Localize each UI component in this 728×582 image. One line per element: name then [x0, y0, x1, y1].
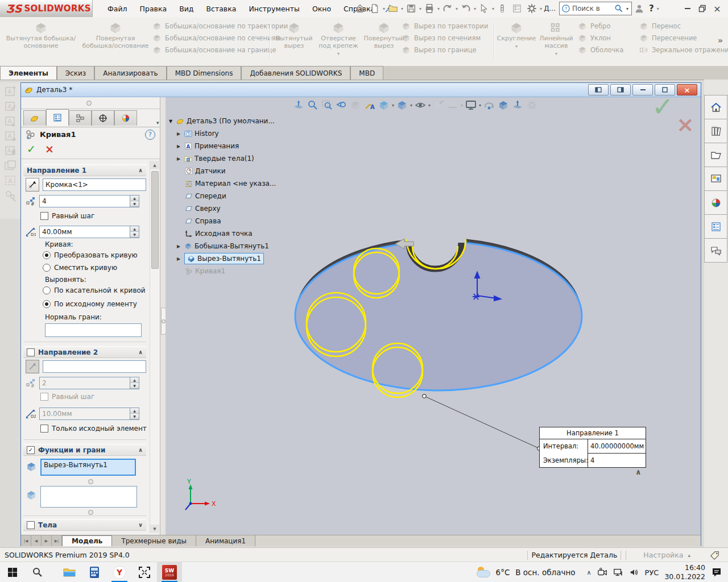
pm-seedonly-checkbox[interactable]	[40, 425, 48, 433]
pm-radio-tangent[interactable]: По касательной к кривой	[43, 286, 146, 294]
weather-temp[interactable]: 6°C	[496, 568, 510, 577]
pm-d1-count-spinner[interactable]: ▲▼	[130, 196, 139, 207]
window-close-button[interactable]: ×	[710, 2, 725, 15]
pm-faces-resize-handle[interactable]	[88, 510, 93, 515]
pm-section-direction1[interactable]: Направление 1∧	[23, 164, 146, 176]
revolved-cut-button[interactable]: Повернутый вырез	[363, 21, 405, 49]
pm-features-checkbox[interactable]: ✓	[27, 446, 35, 454]
pm-d2-equal-checkbox[interactable]	[40, 393, 48, 401]
callout-interval-value[interactable]: 40.00000000мм	[588, 439, 646, 454]
pm-radio-offset[interactable]: Сместить кривую	[43, 264, 117, 272]
rotate-view-icon[interactable]	[482, 99, 496, 111]
tab-mbd-dimensions[interactable]: MBD Dimensions	[167, 66, 242, 80]
pattern-callout[interactable]: Направление 1 Интервал: 40.00000000мм Эк…	[539, 427, 646, 468]
pm-radio-seed[interactable]: По исходному лементу	[43, 300, 137, 308]
pm-d2-count-spinner[interactable]: ▲▼	[130, 377, 139, 389]
edit-appearance-icon[interactable]	[432, 99, 445, 111]
viewport-options-gear-icon[interactable]	[525, 99, 539, 111]
tab-addins[interactable]: Добавления SOLIDWORKS	[241, 66, 350, 80]
rebuild-icon[interactable]	[495, 2, 509, 15]
tab-sketch[interactable]: Эскиз	[57, 66, 94, 80]
tab-nav-first[interactable]: |◀	[21, 535, 31, 546]
tree-item-cut-extrude[interactable]: ▶ Вырез-Вытянуть1	[177, 253, 264, 264]
doc-collapse-right-button[interactable]	[610, 84, 631, 95]
doc-close-button[interactable]: ×	[677, 84, 697, 95]
menu-edit[interactable]: Правка	[134, 0, 173, 17]
fillet-button[interactable]: Скругление ▾	[497, 21, 536, 49]
boundary-boss-button[interactable]: Бобышка/основание на границе	[152, 45, 288, 55]
macro-tool-icon-3[interactable]: A	[3, 114, 17, 128]
pm-radio-transform[interactable]: Преобразовать кривую	[43, 251, 138, 259]
section-view-icon[interactable]	[349, 99, 362, 111]
move-button[interactable]: Перенос	[639, 22, 728, 31]
taskbar-search-button[interactable]	[25, 562, 50, 582]
menu-view[interactable]: Вид	[173, 0, 200, 17]
pm-d2-spacing-spinner[interactable]: ▲▼	[130, 408, 139, 419]
network-icon[interactable]	[613, 567, 623, 577]
pm-section-direction2[interactable]: Направление 2∧	[23, 346, 146, 358]
menu-tools[interactable]: Инструменты	[242, 0, 305, 17]
pm-ok-button[interactable]: ✓	[27, 143, 36, 155]
tree-item-right-plane[interactable]: Справа	[185, 215, 221, 227]
pm-features-field[interactable]: Вырез-Вытянуть1	[40, 459, 136, 476]
save-icon[interactable]	[404, 2, 418, 15]
home-icon[interactable]	[353, 2, 367, 15]
macro-tool-icon-2[interactable]: A	[3, 99, 17, 113]
tab-3d-views[interactable]: Трехмерные виды	[112, 535, 196, 546]
macro-tool-icon-1[interactable]: A	[3, 85, 17, 98]
shell-button[interactable]: Оболочка	[578, 45, 623, 55]
pm-tab-overflow[interactable]: ▾	[156, 120, 159, 126]
open-icon[interactable]	[386, 2, 400, 15]
macro-tool-icon-5[interactable]: A	[3, 144, 17, 157]
instant3d-icon[interactable]	[292, 99, 305, 111]
tree-item-annotations[interactable]: ▶ A Примечания	[177, 140, 239, 152]
tree-item-part[interactable]: ▼ Деталь3 (По умолчани...	[169, 115, 275, 127]
status-customize[interactable]: Настройка	[643, 551, 683, 559]
taskpane-file-explorer-button[interactable]	[704, 143, 727, 167]
tab-evaluate[interactable]: Анализировать	[94, 66, 167, 80]
taskpane-library-button[interactable]	[704, 119, 727, 143]
pm-section-features[interactable]: ✓ Функции и грани∧	[23, 444, 146, 456]
zoom-area-icon[interactable]	[320, 99, 334, 111]
macro-tool-icon-6[interactable]	[3, 159, 17, 172]
boundary-cut-button[interactable]: Вырез по границе	[402, 45, 488, 55]
pm-tab-displaymanager[interactable]	[114, 110, 137, 126]
language-indicator[interactable]: РУС	[645, 568, 659, 577]
pm-tab-configurations[interactable]	[69, 110, 92, 126]
tab-animation1[interactable]: Анимация1	[196, 535, 255, 546]
taskpane-home-button[interactable]	[704, 95, 727, 119]
tab-features[interactable]: Элементы	[0, 66, 57, 80]
doc-minimize-button[interactable]	[632, 84, 653, 95]
swept-boss-button[interactable]: Бобышка/основание по траектории	[152, 22, 288, 31]
doc-restore-button[interactable]	[655, 84, 675, 95]
extruded-cut-button[interactable]: Вытянутый вырез	[274, 21, 314, 49]
tab-model[interactable]: Модель	[62, 535, 112, 546]
tree-item-history[interactable]: ▶ History	[177, 128, 219, 139]
pm-section-bodies[interactable]: Тела∨	[23, 519, 146, 531]
help-icon[interactable]: ?	[649, 3, 654, 14]
taskpane-appearances-button[interactable]	[704, 191, 727, 215]
status-customize-chevron[interactable]: ▴	[688, 552, 690, 558]
display-style-icon[interactable]	[395, 99, 409, 111]
tree-item-front-plane[interactable]: Спереди	[185, 190, 226, 202]
taskbar-yandex-browser-button[interactable]: Y	[107, 562, 132, 582]
clock[interactable]: 16:40 30.01.2022	[664, 563, 705, 581]
doc-collapse-left-button[interactable]	[588, 84, 609, 95]
menu-insert[interactable]: Вставка	[200, 0, 242, 17]
new-document-icon[interactable]	[368, 2, 382, 15]
print-icon[interactable]	[423, 2, 436, 15]
window-restore-button[interactable]	[695, 2, 710, 15]
document-titlebar[interactable]: Деталь3 * ×	[21, 83, 701, 97]
pm-d2-checkbox[interactable]	[27, 348, 35, 356]
tree-item-top-plane[interactable]: Сверху	[185, 203, 221, 214]
macro-tool-icon-8[interactable]	[3, 188, 17, 202]
ribbon-overflow-button[interactable]: »	[718, 36, 723, 45]
view-settings-icon[interactable]	[464, 99, 478, 111]
previous-view-icon[interactable]	[334, 99, 348, 111]
select-icon[interactable]	[477, 2, 491, 15]
pm-d2-spacing-field[interactable]: 10.00мм ▲▼	[39, 408, 139, 420]
tab-nav-last[interactable]: ▶|	[52, 535, 62, 546]
draft-button[interactable]: Уклон	[578, 34, 623, 43]
pm-faces-field[interactable]	[40, 486, 137, 508]
view-orientation-icon[interactable]	[377, 99, 391, 111]
